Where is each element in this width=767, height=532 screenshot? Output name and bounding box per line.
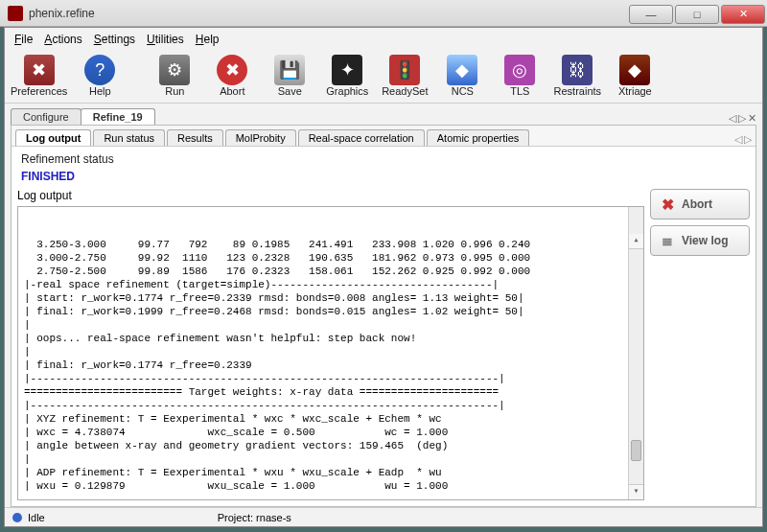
view-log-button-label: View log: [682, 234, 728, 247]
log-line: 2.750-2.500 99.89 1586 176 0.2323 158.06…: [24, 265, 638, 278]
tool-label: Help: [89, 85, 111, 97]
subtab-molprobity[interactable]: MolProbity: [225, 129, 296, 146]
scroll-thumb[interactable]: [631, 440, 641, 461]
save-icon: 💾: [274, 55, 305, 85]
scroll-down-icon[interactable]: ▾: [629, 484, 643, 499]
tool-label: Run: [165, 85, 184, 97]
status-project: Project: rnase-s: [218, 512, 291, 523]
tls-icon: ◎: [504, 55, 535, 85]
tool-label: TLS: [510, 85, 529, 97]
readyset-icon: 🚦: [389, 55, 420, 85]
tool-label: Graphics: [326, 85, 368, 97]
side-button-column: ✖ Abort ≣ View log: [650, 189, 750, 500]
menu-help[interactable]: Help: [192, 31, 223, 48]
subtab-results[interactable]: Results: [167, 129, 223, 146]
log-line: | oops... real-space refinement wasn't h…: [24, 332, 638, 345]
menu-file[interactable]: File: [11, 31, 36, 48]
tab-close-icon[interactable]: ✕: [748, 112, 756, 125]
preferences-icon: ✖: [24, 55, 55, 85]
log-line: | XYZ refinement: T = Eexperimental * wx…: [24, 412, 638, 426]
log-line: |: [24, 452, 638, 466]
project-label: Project:: [218, 512, 253, 523]
tool-label: NCS: [452, 85, 474, 97]
tool-abort[interactable]: ✖ Abort: [207, 55, 257, 97]
log-line: | wxu = 0.129879 wxu_scale = 1.000 wu = …: [24, 479, 638, 493]
graphics-icon: ✦: [332, 55, 362, 85]
log-line: | ADP refinement: T = Eexperimental * wx…: [24, 466, 638, 479]
tool-label: Abort: [220, 85, 244, 97]
tab-nav-next-icon[interactable]: ▷: [738, 112, 746, 125]
tab-refine[interactable]: Refine_19: [81, 108, 155, 125]
log-line: |-real space refinement (target=simple)-…: [24, 278, 638, 291]
toolbar: ✖ Preferences ? Help ⚙ Run ✖ Abort 💾 Sav…: [5, 51, 762, 104]
window-body: File Actions Settings Utilities Help ✖ P…: [4, 27, 763, 527]
run-icon: ⚙: [159, 55, 190, 85]
abort-button[interactable]: ✖ Abort: [650, 189, 750, 220]
tool-preferences[interactable]: ✖ Preferences: [11, 55, 67, 97]
log-line: |: [24, 345, 638, 359]
refinement-status-label: Refinement status: [21, 152, 746, 166]
subtab-atomic-properties[interactable]: Atomic properties: [427, 129, 530, 146]
project-value: rnase-s: [256, 512, 291, 523]
close-icon: ✕: [739, 8, 748, 20]
subtab-log-output[interactable]: Log output: [15, 129, 91, 146]
subtab-realspace-correlation[interactable]: Real-space correlation: [298, 129, 425, 146]
tool-label: Save: [278, 85, 302, 97]
tool-readyset[interactable]: 🚦 ReadySet: [380, 55, 430, 97]
log-line: 3.000-2.750 99.92 1110 123 0.2328 190.63…: [24, 251, 638, 265]
inner-panel: Log output Run status Results MolProbity…: [11, 125, 756, 507]
minimize-button[interactable]: —: [629, 5, 673, 24]
tool-label: Restraints: [554, 85, 602, 97]
tool-label: Xtriage: [618, 85, 652, 97]
menu-settings[interactable]: Settings: [90, 31, 139, 48]
menubar: File Actions Settings Utilities Help: [5, 28, 762, 51]
tool-save[interactable]: 💾 Save: [265, 55, 314, 97]
tool-graphics[interactable]: ✦ Graphics: [322, 55, 372, 97]
tool-restraints[interactable]: ⛓ Restraints: [552, 55, 602, 97]
log-scrollbar[interactable]: ▴ ▾: [628, 207, 643, 499]
log-line: |: [24, 318, 638, 332]
abort-x-icon: ✖: [659, 196, 676, 213]
tab-configure[interactable]: Configure: [11, 108, 81, 125]
maximize-icon: □: [694, 9, 701, 20]
log-line: | final: r_work=0.1774 r_free=0.2339: [24, 359, 638, 372]
subtab-row: Log output Run status Results MolProbity…: [12, 126, 755, 147]
app-icon: [8, 6, 23, 21]
statusbar: Idle Project: rnase-s: [5, 507, 762, 526]
status-dot-icon: [12, 513, 22, 522]
tab-nav-prev-icon[interactable]: ◁: [729, 112, 736, 125]
ncs-icon: ◆: [447, 55, 477, 85]
subtab-nav-prev-icon[interactable]: ◁: [734, 133, 742, 146]
tool-help[interactable]: ? Help: [75, 55, 125, 97]
log-output-box[interactable]: 3.250-3.000 99.77 792 89 0.1985 241.491 …: [17, 206, 644, 500]
abort-icon: ✖: [217, 55, 247, 85]
refinement-status-value: FINISHED: [21, 170, 746, 183]
scroll-up-icon[interactable]: ▴: [629, 234, 643, 249]
subtab-run-status[interactable]: Run status: [93, 129, 165, 146]
log-line: | final: r_work=0.1999 r_free=0.2468 rms…: [24, 305, 638, 318]
maximize-button[interactable]: □: [675, 5, 719, 24]
menu-actions[interactable]: Actions: [40, 31, 85, 48]
tool-xtriage[interactable]: ◆ Xtriage: [610, 55, 660, 97]
view-log-button[interactable]: ≣ View log: [650, 225, 750, 256]
log-line: 3.250-3.000 99.77 792 89 0.1985 241.491 …: [24, 238, 638, 251]
log-line: | start: r_work=0.1774 r_free=0.2339 rms…: [24, 291, 638, 305]
tool-ncs[interactable]: ◆ NCS: [437, 55, 487, 97]
abort-button-label: Abort: [682, 197, 712, 211]
tool-label: Preferences: [11, 85, 67, 97]
view-log-icon: ≣: [659, 232, 676, 249]
menu-utilities[interactable]: Utilities: [143, 31, 188, 48]
restraints-icon: ⛓: [562, 55, 593, 85]
log-line: |---------------------------------------…: [24, 372, 638, 385]
subtab-nav-next-icon[interactable]: ▷: [744, 133, 752, 146]
log-line: | wxc = 4.738074 wxc_scale = 0.500 wc = …: [24, 426, 638, 439]
tool-tls[interactable]: ◎ TLS: [495, 55, 545, 97]
tool-run[interactable]: ⚙ Run: [150, 55, 199, 97]
close-button[interactable]: ✕: [721, 5, 765, 24]
log-line: |---------------------------------------…: [24, 399, 638, 412]
minimize-icon: —: [646, 9, 657, 20]
tool-label: ReadySet: [382, 85, 428, 97]
window-title: phenix.refine: [29, 7, 95, 20]
refinement-status-area: Refinement status FINISHED: [12, 147, 755, 185]
main-tabrow: Configure Refine_19 ◁ ▷ ✕: [5, 104, 762, 125]
